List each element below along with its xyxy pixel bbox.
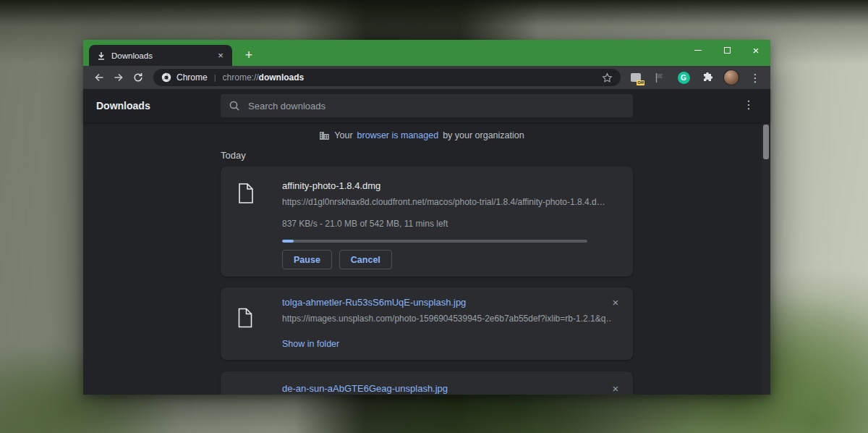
download-card-complete: tolga-ahmetler-Ru53sS6mUqE-unsplash.jpg … xyxy=(221,287,633,360)
maximize-button[interactable] xyxy=(712,40,741,61)
browser-menu-button[interactable]: ⋮ xyxy=(746,68,765,87)
flag-extension-icon[interactable] xyxy=(650,68,669,87)
address-bar[interactable]: Chrome | chrome://downloads xyxy=(153,69,621,86)
search-icon xyxy=(229,100,240,112)
tab-close-icon[interactable]: × xyxy=(216,51,226,60)
grammarly-letter: G xyxy=(678,72,690,84)
remove-download-button[interactable]: × xyxy=(607,293,624,311)
pause-button[interactable]: Pause xyxy=(282,250,332,269)
download-status: 837 KB/s - 21.0 MB of 542 MB, 11 mins le… xyxy=(282,219,448,229)
downloads-header: Downloads ⋮ xyxy=(83,89,770,122)
file-icon xyxy=(237,182,255,207)
download-card-partial: de-an-sun-aAbGTE6Geag-unsplash.jpg × xyxy=(221,371,633,395)
url-page: downloads xyxy=(259,72,305,83)
progress-fill xyxy=(282,240,294,243)
downloads-menu-button[interactable]: ⋮ xyxy=(743,99,754,111)
download-url: https://images.unsplash.com/photo-159690… xyxy=(282,314,611,324)
managed-text-after: by your organization xyxy=(443,130,524,140)
url-scheme: chrome:// xyxy=(223,72,259,83)
show-in-folder-link[interactable]: Show in folder xyxy=(282,339,339,349)
download-filename-link[interactable]: tolga-ahmetler-Ru53sS6mUqE-unsplash.jpg xyxy=(282,297,466,308)
remove-download-button[interactable]: × xyxy=(607,379,624,395)
download-actions: Pause Cancel xyxy=(282,250,392,269)
tab-title: Downloads xyxy=(111,51,210,60)
download-filename: affinity-photo-1.8.4.dmg xyxy=(282,180,380,191)
download-card-in-progress: affinity-photo-1.8.4.dmg https://d1gl0nr… xyxy=(221,167,633,277)
minimize-button[interactable] xyxy=(684,40,712,61)
download-filename-link[interactable]: de-an-sun-aAbGTE6Geag-unsplash.jpg xyxy=(282,383,448,394)
section-label-today: Today xyxy=(221,150,246,161)
scrollbar-thumb[interactable] xyxy=(763,125,769,159)
back-button[interactable] xyxy=(89,68,109,87)
managed-notice: Your browser is managed by your organiza… xyxy=(83,130,760,140)
search-input[interactable] xyxy=(248,101,625,112)
new-tab-button[interactable]: + xyxy=(239,46,258,64)
avatar-image xyxy=(724,70,739,85)
extension-off-icon[interactable]: Off xyxy=(626,68,645,87)
grammarly-extension-icon[interactable]: G xyxy=(674,68,693,87)
bookmark-star-icon[interactable] xyxy=(602,72,613,83)
reload-button[interactable] xyxy=(128,68,148,87)
tab-downloads[interactable]: Downloads × xyxy=(89,45,232,66)
download-url: https://d1gl0nrskhax8d.cloudfront.net/ma… xyxy=(282,197,605,207)
downloads-content: Your browser is managed by your organiza… xyxy=(83,122,770,395)
window-titlebar: Downloads × + × xyxy=(83,40,770,66)
maximize-icon xyxy=(724,47,731,54)
site-label: Chrome xyxy=(176,72,208,83)
cancel-button[interactable]: Cancel xyxy=(339,250,392,269)
download-icon xyxy=(97,51,106,60)
managed-link[interactable]: browser is managed xyxy=(357,130,439,140)
page-title: Downloads xyxy=(96,100,150,112)
kebab-menu-icon: ⋮ xyxy=(750,72,761,83)
off-badge: Off xyxy=(637,80,644,85)
organization-building-icon xyxy=(319,130,330,140)
close-button[interactable]: × xyxy=(741,40,770,61)
browser-window: Downloads × + × xyxy=(83,40,770,395)
profile-avatar[interactable] xyxy=(722,68,741,87)
chrome-logo-icon xyxy=(161,72,171,83)
window-controls: × xyxy=(684,40,770,61)
search-box[interactable] xyxy=(221,94,633,117)
browser-toolbar: Chrome | chrome://downloads Off G xyxy=(83,66,770,89)
url-divider: | xyxy=(214,73,216,82)
extensions-puzzle-icon[interactable] xyxy=(698,68,717,87)
forward-button[interactable] xyxy=(109,68,128,87)
extension-area: Off G ⋮ xyxy=(626,68,765,87)
file-icon xyxy=(237,308,253,331)
minimize-icon xyxy=(694,50,702,51)
managed-text-before: Your xyxy=(334,130,352,140)
download-progress xyxy=(282,240,587,243)
page-scrollbar[interactable] xyxy=(762,122,770,395)
close-icon: × xyxy=(753,45,760,56)
desktop-background: Downloads × + × xyxy=(0,0,868,433)
